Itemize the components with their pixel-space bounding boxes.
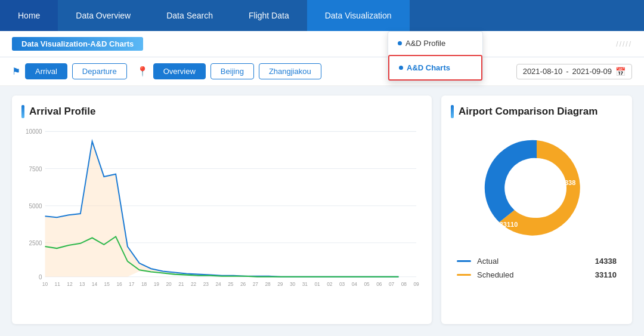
svg-text:30: 30 — [290, 281, 296, 287]
tab-zhangjiakou[interactable]: Zhangjiakou — [259, 63, 321, 79]
main-content: Arrival Profile 10000 7500 5000 2500 0 — [0, 86, 644, 334]
dropdown-item-ad-profile[interactable]: A&D Profile — [388, 32, 482, 55]
dropdown-label-ad-profile: A&D Profile — [405, 39, 445, 48]
svg-text:12: 12 — [67, 281, 73, 287]
date-range[interactable]: 2021-08-10 - 2021-09-09 📅 — [516, 64, 632, 79]
svg-text:13: 13 — [79, 281, 85, 287]
svg-text:10000: 10000 — [26, 128, 42, 135]
flag-icon: ⚑ — [12, 66, 20, 77]
nav-data-visualization[interactable]: Data Visualization — [307, 0, 410, 31]
tab-departure[interactable]: Departure — [72, 63, 127, 79]
svg-text:19: 19 — [154, 281, 160, 287]
svg-text:0: 0 — [39, 274, 42, 280]
arrival-chart-svg-wrapper: 10000 7500 5000 2500 0 10 11 12 13 14 15… — [21, 125, 422, 298]
calendar-icon: 📅 — [615, 67, 626, 76]
svg-text:31: 31 — [302, 281, 308, 287]
nav-flight-data[interactable]: Flight Data — [231, 0, 307, 31]
svg-text:5000: 5000 — [29, 203, 42, 209]
donut-chart-wrapper: 14338 33110 — [451, 125, 623, 251]
svg-text:05: 05 — [364, 281, 370, 287]
comparison-chart-title: Airport Comparison Diagram — [451, 105, 623, 118]
legend-line-actual — [457, 260, 471, 262]
dropdown-label-ad-charts: A&D Charts — [407, 63, 450, 72]
svg-text:26: 26 — [240, 281, 246, 287]
svg-text:09: 09 — [413, 281, 419, 287]
nav-home[interactable]: Home — [0, 0, 58, 31]
svg-text:28: 28 — [265, 281, 271, 287]
tab-arrival[interactable]: Arrival — [25, 63, 67, 79]
dropdown-item-ad-charts[interactable]: A&D Charts — [388, 55, 482, 81]
legend-item-scheduled: Scheduled 33110 — [451, 270, 623, 279]
svg-text:03: 03 — [339, 281, 345, 287]
svg-text:02: 02 — [327, 281, 333, 287]
svg-text:10: 10 — [42, 281, 48, 287]
top-navigation: Home Data Overview Data Search Flight Da… — [0, 0, 644, 31]
scheduled-label-text: 33110 — [500, 221, 518, 228]
arrival-profile-card: Arrival Profile 10000 7500 5000 2500 0 — [12, 95, 432, 324]
svg-text:2500: 2500 — [29, 240, 42, 246]
svg-text:14: 14 — [92, 281, 98, 287]
legend-actual-label: Actual — [477, 257, 499, 266]
page-title: Data Visualization-A&D Charts — [12, 37, 143, 51]
nav-data-search[interactable]: Data Search — [148, 0, 231, 31]
svg-text:11: 11 — [55, 281, 61, 287]
svg-text:15: 15 — [104, 281, 110, 287]
svg-text:08: 08 — [401, 281, 407, 287]
title-bar-accent — [21, 105, 24, 118]
dropdown-dot-1 — [398, 41, 402, 45]
location-icon: 📍 — [137, 66, 148, 77]
legend-item-actual: Actual 14338 — [451, 257, 623, 266]
filter-bar: ⚑ Arrival Departure 📍 Overview Beijing Z… — [0, 57, 644, 86]
tab-beijing[interactable]: Beijing — [210, 63, 254, 79]
svg-text:17: 17 — [129, 281, 135, 287]
svg-text:21: 21 — [178, 281, 184, 287]
svg-text:25: 25 — [228, 281, 234, 287]
donut-hole — [507, 158, 566, 218]
header-decoration: ///// — [616, 40, 632, 48]
tab-overview[interactable]: Overview — [153, 63, 206, 79]
svg-text:22: 22 — [191, 281, 197, 287]
comparison-title-text: Airport Comparison Diagram — [459, 106, 597, 118]
legend-area: Actual 14338 Scheduled 33110 — [451, 257, 623, 279]
arrival-chart-title: Arrival Profile — [21, 105, 422, 118]
dropdown-menu: A&D Profile A&D Charts — [388, 31, 483, 81]
comparison-card: Airport Comparison Diagram 14338 33110 — [441, 95, 632, 324]
svg-text:29: 29 — [277, 281, 283, 287]
legend-actual-value: 14338 — [595, 257, 617, 266]
svg-text:20: 20 — [166, 281, 172, 287]
svg-text:06: 06 — [376, 281, 382, 287]
svg-text:01: 01 — [314, 281, 320, 287]
arrival-title-text: Arrival Profile — [29, 106, 96, 118]
svg-text:23: 23 — [203, 281, 209, 287]
comparison-title-bar-accent — [451, 105, 454, 118]
legend-line-scheduled — [457, 274, 471, 276]
donut-svg: 14338 33110 — [474, 125, 599, 251]
svg-text:18: 18 — [141, 281, 147, 287]
date-end: 2021-09-09 — [572, 67, 612, 76]
actual-label-text: 14338 — [558, 179, 576, 186]
svg-text:07: 07 — [389, 281, 395, 287]
svg-text:16: 16 — [116, 281, 122, 287]
legend-scheduled-label: Scheduled — [477, 270, 513, 279]
svg-text:04: 04 — [352, 281, 358, 287]
nav-data-overview[interactable]: Data Overview — [58, 0, 148, 31]
svg-text:27: 27 — [253, 281, 259, 287]
date-start: 2021-08-10 — [523, 67, 563, 76]
dropdown-dot-2 — [399, 66, 403, 70]
legend-scheduled-value: 33110 — [595, 270, 617, 279]
svg-text:7500: 7500 — [29, 165, 42, 172]
svg-text:24: 24 — [215, 281, 221, 287]
page-header: Data Visualization-A&D Charts ///// — [0, 31, 644, 57]
svg-marker-10 — [45, 141, 399, 277]
date-separator: - — [566, 67, 568, 76]
